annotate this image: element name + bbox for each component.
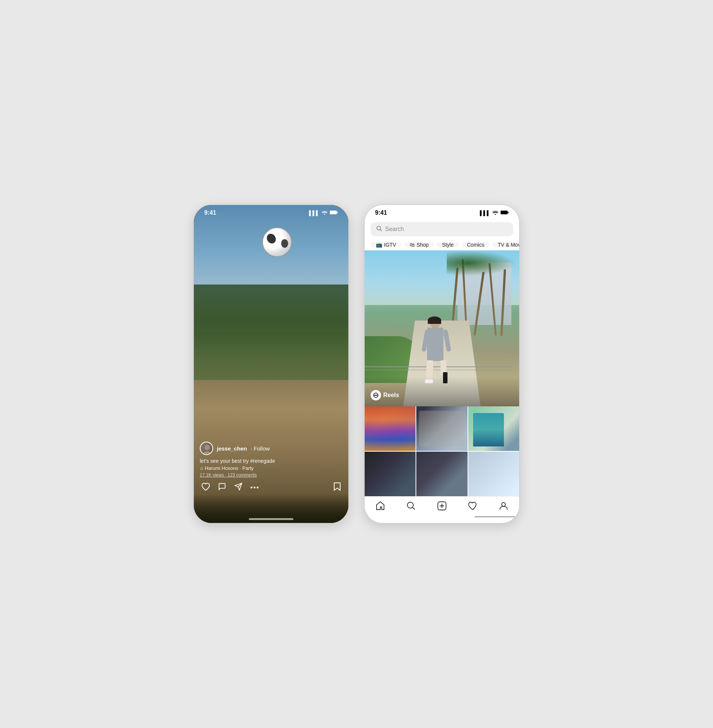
svg-rect-1 bbox=[337, 211, 338, 213]
post-caption: let's see your best try #renegade bbox=[200, 458, 342, 464]
nav-home[interactable] bbox=[376, 501, 385, 511]
bottom-nav bbox=[365, 496, 519, 518]
tab-shop[interactable]: 🛍 Shop bbox=[404, 242, 434, 248]
battery-icon bbox=[330, 210, 338, 216]
nav-search[interactable] bbox=[406, 501, 416, 511]
reels-badge-icon bbox=[371, 390, 381, 400]
nav-add[interactable] bbox=[437, 501, 447, 511]
status-time-explore: 9:41 bbox=[375, 209, 387, 216]
action-icons: ••• bbox=[201, 482, 260, 493]
tab-shop-label: Shop bbox=[417, 242, 429, 248]
category-tabs: 📺 IGTV 🛍 Shop Style Comics TV & Movi… bbox=[365, 239, 519, 250]
thumb-3[interactable] bbox=[468, 406, 519, 451]
svg-point-10 bbox=[377, 226, 380, 230]
battery-icon-explore bbox=[501, 210, 509, 216]
status-icons-reels: ▌▌▌ bbox=[309, 210, 338, 216]
svg-point-4 bbox=[204, 445, 210, 450]
nav-likes[interactable] bbox=[468, 501, 477, 511]
like-button[interactable] bbox=[201, 482, 210, 493]
music-info[interactable]: ♫ Harumi Hosono · Party bbox=[200, 465, 342, 471]
explore-main-video[interactable]: Reels bbox=[365, 250, 519, 406]
status-icons-explore: ▌▌▌ bbox=[480, 210, 509, 216]
svg-line-11 bbox=[380, 230, 382, 231]
reels-badge[interactable]: Reels bbox=[371, 390, 399, 400]
search-bar-wrapper: Search bbox=[365, 219, 519, 239]
thumb-4[interactable] bbox=[365, 452, 416, 496]
svg-point-16 bbox=[407, 502, 413, 508]
search-bar[interactable]: Search bbox=[371, 222, 513, 236]
reels-footer: jesse_chen · Follow let's see your best … bbox=[194, 442, 348, 493]
phones-container: 9:41 ▌▌▌ bbox=[193, 204, 520, 524]
action-bar: ••• bbox=[200, 482, 342, 493]
tab-igtv-label: IGTV bbox=[384, 242, 396, 248]
reels-badge-text: Reels bbox=[383, 392, 399, 398]
home-indicator bbox=[249, 518, 293, 520]
svg-rect-0 bbox=[330, 210, 337, 214]
thumb-2[interactable] bbox=[416, 406, 467, 451]
more-button[interactable]: ••• bbox=[250, 484, 260, 492]
svg-point-13 bbox=[374, 394, 376, 395]
signal-icon-explore: ▌▌▌ bbox=[480, 210, 490, 216]
tab-comics-label: Comics bbox=[467, 242, 485, 248]
username[interactable]: jesse_chen bbox=[217, 445, 247, 452]
status-bar-explore: 9:41 ▌▌▌ bbox=[365, 205, 519, 219]
post-stats[interactable]: 17.1K views · 123 comments bbox=[200, 473, 342, 478]
tab-comics[interactable]: Comics bbox=[462, 242, 490, 248]
shop-icon: 🛍 bbox=[410, 242, 415, 248]
wifi-icon bbox=[322, 210, 328, 216]
search-magnifier-icon bbox=[377, 226, 382, 233]
tab-tv-label: TV & Movi… bbox=[498, 242, 519, 248]
soccer-ball bbox=[262, 227, 292, 257]
wifi-icon-explore bbox=[492, 210, 498, 216]
svg-point-15 bbox=[377, 394, 378, 395]
thumb-grid bbox=[365, 406, 519, 496]
signal-icon: ▌▌▌ bbox=[309, 210, 319, 216]
svg-point-21 bbox=[502, 503, 506, 506]
thumb-6[interactable] bbox=[468, 452, 519, 496]
tab-tv[interactable]: TV & Movi… bbox=[492, 242, 519, 248]
phone-reels: 9:41 ▌▌▌ bbox=[193, 204, 349, 524]
nav-profile[interactable] bbox=[499, 501, 509, 511]
tab-style-label: Style bbox=[442, 242, 453, 248]
save-button[interactable] bbox=[334, 482, 341, 493]
status-bar-reels: 9:41 ▌▌▌ bbox=[194, 205, 348, 219]
explore-content: 9:41 ▌▌▌ bbox=[365, 205, 519, 523]
svg-point-5 bbox=[203, 451, 212, 455]
phone-explore: 9:41 ▌▌▌ bbox=[364, 204, 520, 524]
share-button[interactable] bbox=[234, 482, 243, 493]
svg-rect-8 bbox=[501, 210, 508, 214]
follow-button[interactable]: · Follow bbox=[251, 445, 270, 452]
svg-point-14 bbox=[376, 394, 377, 395]
user-info: jesse_chen · Follow bbox=[200, 442, 342, 455]
search-placeholder: Search bbox=[385, 226, 404, 233]
thumb-1[interactable] bbox=[365, 406, 416, 451]
svg-rect-9 bbox=[508, 211, 509, 213]
thumb-5[interactable] bbox=[416, 452, 467, 496]
tab-igtv[interactable]: 📺 IGTV bbox=[371, 242, 401, 248]
status-time-reels: 9:41 bbox=[204, 209, 216, 216]
avatar[interactable] bbox=[200, 442, 213, 455]
comment-button[interactable] bbox=[218, 482, 227, 493]
tab-style[interactable]: Style bbox=[437, 242, 459, 248]
igtv-icon: 📺 bbox=[376, 242, 382, 248]
svg-line-17 bbox=[413, 507, 415, 510]
